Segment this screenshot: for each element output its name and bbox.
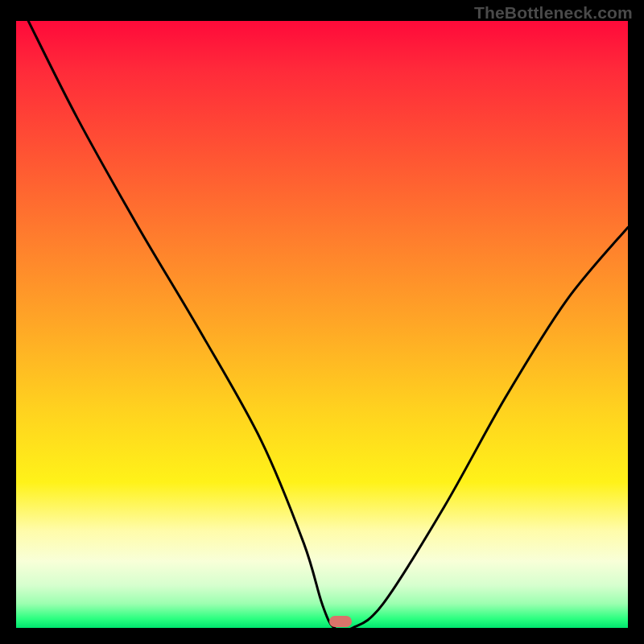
- bottleneck-curve: [28, 21, 628, 628]
- watermark-text: TheBottleneck.com: [474, 3, 633, 23]
- optimal-marker: [329, 616, 352, 627]
- curve-svg: [16, 21, 628, 628]
- plot-area: [16, 21, 628, 628]
- chart-frame: TheBottleneck.com: [0, 0, 644, 644]
